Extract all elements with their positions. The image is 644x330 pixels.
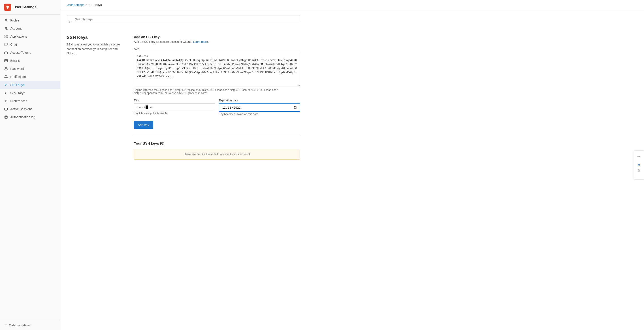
form-row: Title Key titles are publicly visible. E…: [134, 99, 300, 116]
title-hint: Key titles are publicly visible.: [134, 112, 215, 115]
ssh-keys-description: SSH keys allow you to establish a secure…: [67, 42, 125, 56]
svg-rect-5: [5, 37, 6, 38]
sidebar-header: User Settings: [0, 0, 60, 15]
two-col-layout: SSH Keys SSH keys allow you to establish…: [67, 35, 300, 160]
side-panel-notes[interactable]: 笔记: [635, 170, 642, 177]
active-sessions-icon: [4, 107, 8, 111]
search-input[interactable]: [67, 15, 300, 23]
sidebar-item-preferences[interactable]: Preferences: [0, 97, 60, 105]
panel-letter: C: [638, 163, 640, 167]
applications-icon: [4, 35, 8, 39]
sidebar-item-ssh-keys[interactable]: SSH Keys: [0, 81, 60, 89]
title-group: Title Key titles are publicly visible.: [134, 99, 215, 115]
sidebar-item-password-label: Password: [10, 67, 24, 71]
sidebar-item-access-tokens-label: Access Tokens: [10, 51, 31, 54]
sidebar-item-preferences-label: Preferences: [10, 99, 27, 103]
svg-point-16: [6, 101, 7, 101]
sidebar-item-notifications[interactable]: Notifications: [0, 73, 60, 81]
gitlab-logo: [4, 4, 11, 11]
svg-point-0: [5, 19, 6, 20]
sidebar-item-profile-label: Profile: [10, 19, 19, 22]
ssh-keys-title: SSH Keys: [67, 35, 125, 40]
sidebar-item-applications-label: Applications: [10, 35, 27, 38]
ssh-keys-icon: [4, 83, 8, 87]
breadcrumb-separator: >: [86, 3, 87, 7]
sidebar-item-gpg-keys[interactable]: GPG Keys: [0, 89, 60, 97]
breadcrumb: User Settings > SSH Keys: [60, 0, 644, 10]
title-input[interactable]: [134, 103, 215, 111]
sidebar-item-access-tokens[interactable]: Access Tokens: [0, 49, 60, 57]
svg-point-2: [6, 29, 8, 30]
sidebar-item-account-label: Account: [10, 27, 22, 30]
sidebar-item-active-sessions[interactable]: Active Sessions: [0, 105, 60, 113]
svg-point-17: [5, 102, 6, 102]
sidebar-item-profile[interactable]: Profile: [0, 16, 60, 25]
key-hint: Begins with 'ssh-rsa', 'ecdsa-sha2-nistp…: [134, 88, 300, 95]
key-textarea[interactable]: ssh-rsa AAAAB3NzaC1yc2EAAAADAQABAAABgQC7…: [134, 52, 300, 86]
svg-point-1: [5, 27, 6, 29]
svg-rect-6: [6, 37, 8, 38]
expiry-hint: Key becomes invalid on this date.: [219, 113, 300, 116]
side-panel: ✏ C 笔记: [634, 150, 644, 180]
svg-rect-7: [4, 52, 8, 54]
learn-more-link[interactable]: Learn more.: [193, 40, 208, 44]
sidebar-item-gpg-keys-label: GPG Keys: [10, 91, 25, 95]
sidebar-item-chat-label: Chat: [10, 43, 17, 46]
profile-icon: [4, 18, 8, 22]
sidebar-nav: Profile Account Applications Chat Access: [0, 15, 60, 320]
left-column: SSH Keys SSH keys allow you to establish…: [67, 35, 125, 160]
gpg-keys-icon: [4, 91, 8, 95]
sidebar-item-emails-label: Emails: [10, 59, 20, 63]
title-field-label: Title: [134, 99, 215, 102]
password-icon: [4, 67, 8, 71]
add-key-button[interactable]: Add key: [134, 121, 153, 129]
no-keys-message: There are no SSH keys with access to you…: [134, 149, 300, 160]
search-icon: [69, 21, 72, 25]
svg-rect-4: [6, 35, 8, 36]
authentication-log-icon: [4, 115, 8, 119]
svg-point-15: [5, 100, 6, 101]
breadcrumb-current: SSH Keys: [88, 3, 102, 7]
collapse-sidebar-button[interactable]: Collapse sidebar: [4, 323, 56, 327]
sidebar-item-ssh-keys-label: SSH Keys: [10, 83, 24, 87]
expiry-group: Expiration date Key becomes invalid on t…: [219, 99, 300, 116]
form-subtitle-text: Add an SSH key for secure access to GitL…: [134, 40, 192, 44]
side-panel-c-letter[interactable]: C: [635, 161, 642, 169]
sidebar-item-chat[interactable]: Chat: [0, 41, 60, 49]
svg-point-10: [5, 84, 6, 85]
sidebar-footer: Collapse sidebar: [0, 320, 60, 330]
collapse-icon: [4, 324, 7, 327]
sidebar-item-account[interactable]: Account: [0, 25, 60, 33]
svg-point-25: [69, 21, 72, 23]
svg-rect-9: [5, 69, 8, 70]
access-tokens-icon: [4, 51, 8, 55]
page-content: SSH Keys SSH keys allow you to establish…: [60, 10, 306, 165]
preferences-icon: [4, 99, 8, 103]
main-content: User Settings > SSH Keys SSH Keys SSH ke…: [60, 0, 644, 330]
svg-line-26: [71, 23, 72, 23]
your-keys-title: Your SSH keys (0): [134, 142, 300, 146]
breadcrumb-parent[interactable]: User Settings: [67, 3, 84, 7]
sidebar-title: User Settings: [14, 5, 36, 9]
expiry-field-label: Expiration date: [219, 99, 300, 102]
side-panel-edit-icon[interactable]: ✏: [635, 153, 642, 160]
collapse-sidebar-label: Collapse sidebar: [9, 323, 31, 327]
form-subtitle: Add an SSH key for secure access to GitL…: [134, 40, 300, 44]
account-icon: [4, 27, 8, 31]
sidebar-item-active-sessions-label: Active Sessions: [10, 107, 32, 111]
svg-rect-3: [5, 35, 6, 36]
sidebar-item-authentication-log-label: Authentication log: [10, 115, 35, 119]
sidebar-item-applications[interactable]: Applications: [0, 33, 60, 41]
emails-icon: [4, 59, 8, 63]
sidebar-item-password[interactable]: Password: [0, 65, 60, 73]
svg-rect-18: [4, 108, 8, 110]
chat-icon: [4, 43, 8, 47]
expiry-date-input[interactable]: [219, 103, 300, 112]
form-title: Add an SSH key: [134, 35, 300, 39]
sidebar-item-emails[interactable]: Emails: [0, 57, 60, 65]
sidebar-item-authentication-log[interactable]: Authentication log: [0, 113, 60, 121]
sidebar: User Settings Profile Account Applicatio…: [0, 0, 60, 330]
search-wrapper: [67, 15, 300, 30]
svg-point-11: [5, 92, 6, 93]
notifications-icon: [4, 75, 8, 79]
